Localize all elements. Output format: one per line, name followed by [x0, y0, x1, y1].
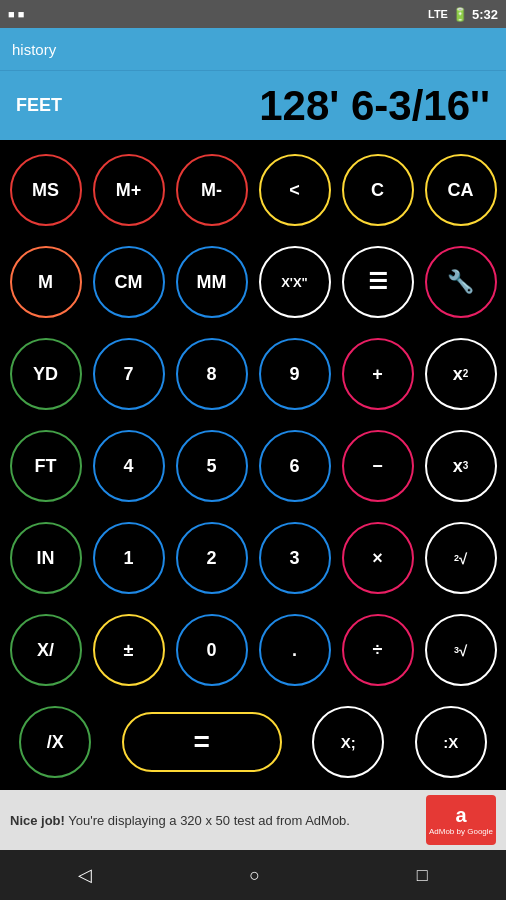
- display-unit: FEET: [16, 95, 66, 116]
- battery-icon: 🔋: [452, 7, 468, 22]
- 4-button[interactable]: 4: [93, 430, 165, 502]
- status-bar: ■ ■ LTE 🔋 5:32: [0, 0, 506, 28]
- ft-button[interactable]: FT: [10, 430, 82, 502]
- row-2: M CM MM X'X" ☰ 🔧: [4, 238, 502, 326]
- multiply-button[interactable]: ×: [342, 522, 414, 594]
- plusminus-button[interactable]: ±: [93, 614, 165, 686]
- status-left: ■ ■: [8, 8, 24, 20]
- ad-text: Nice job! You're displaying a 320 x 50 t…: [10, 813, 426, 828]
- menu-button[interactable]: ☰: [342, 246, 414, 318]
- mminus-button[interactable]: M-: [176, 154, 248, 226]
- ad-logo-text: AdMob by Google: [429, 827, 493, 836]
- cm-button[interactable]: CM: [93, 246, 165, 318]
- row-5: IN 1 2 3 × 2√: [4, 514, 502, 602]
- xsemicolon-button[interactable]: X;: [312, 706, 384, 778]
- settings-button[interactable]: 🔧: [425, 246, 497, 318]
- row-7: /X = X; :X: [4, 698, 502, 786]
- nav-recent[interactable]: □: [397, 857, 448, 894]
- in-button[interactable]: IN: [10, 522, 82, 594]
- ad-logo-icon: a: [455, 804, 466, 827]
- plus-button[interactable]: +: [342, 338, 414, 410]
- display-value: 128' 6-3/16'': [66, 82, 490, 130]
- square-button[interactable]: x2: [425, 338, 497, 410]
- ad-banner: Nice job! You're displaying a 320 x 50 t…: [0, 790, 506, 850]
- 7-button[interactable]: 7: [93, 338, 165, 410]
- colonx-button[interactable]: :X: [415, 706, 487, 778]
- clear-button[interactable]: C: [342, 154, 414, 226]
- ms-button[interactable]: MS: [10, 154, 82, 226]
- mm-button[interactable]: MM: [176, 246, 248, 318]
- 3-button[interactable]: 3: [259, 522, 331, 594]
- feetinches-button[interactable]: X'X": [259, 246, 331, 318]
- decimal-button[interactable]: .: [259, 614, 331, 686]
- 1-button[interactable]: 1: [93, 522, 165, 594]
- row-4: FT 4 5 6 − x3: [4, 422, 502, 510]
- cbrt-button[interactable]: 3√: [425, 614, 497, 686]
- minus-button[interactable]: −: [342, 430, 414, 502]
- status-icons: ■ ■: [8, 8, 24, 20]
- 9-button[interactable]: 9: [259, 338, 331, 410]
- status-time: 5:32: [472, 7, 498, 22]
- cube-button[interactable]: x3: [425, 430, 497, 502]
- back-button[interactable]: <: [259, 154, 331, 226]
- 2-button[interactable]: 2: [176, 522, 248, 594]
- row-6: X/ ± 0 . ÷ 3√: [4, 606, 502, 694]
- divide-button[interactable]: ÷: [342, 614, 414, 686]
- nav-bar: ◁ ○ □: [0, 850, 506, 900]
- sqrt-button[interactable]: 2√: [425, 522, 497, 594]
- calculator-grid: MS M+ M- < C CA M CM MM X'X" ☰ 🔧 YD 7 8 …: [0, 140, 506, 790]
- clear-all-button[interactable]: CA: [425, 154, 497, 226]
- history-label: history: [12, 41, 56, 58]
- xdiv-button[interactable]: X/: [10, 614, 82, 686]
- m-button[interactable]: M: [10, 246, 82, 318]
- row-1: MS M+ M- < C CA: [4, 146, 502, 234]
- 6-button[interactable]: 6: [259, 430, 331, 502]
- nav-back[interactable]: ◁: [58, 856, 112, 894]
- 0-button[interactable]: 0: [176, 614, 248, 686]
- reciprocal-button[interactable]: /X: [19, 706, 91, 778]
- equals-button[interactable]: =: [122, 712, 282, 772]
- row-3: YD 7 8 9 + x2: [4, 330, 502, 418]
- history-bar[interactable]: history: [0, 28, 506, 70]
- lte-indicator: LTE: [428, 8, 448, 20]
- 8-button[interactable]: 8: [176, 338, 248, 410]
- 5-button[interactable]: 5: [176, 430, 248, 502]
- ad-logo: a AdMob by Google: [426, 795, 496, 845]
- yd-button[interactable]: YD: [10, 338, 82, 410]
- status-right: LTE 🔋 5:32: [428, 7, 498, 22]
- display: FEET 128' 6-3/16'': [0, 70, 506, 140]
- nav-home[interactable]: ○: [229, 857, 280, 894]
- mplus-button[interactable]: M+: [93, 154, 165, 226]
